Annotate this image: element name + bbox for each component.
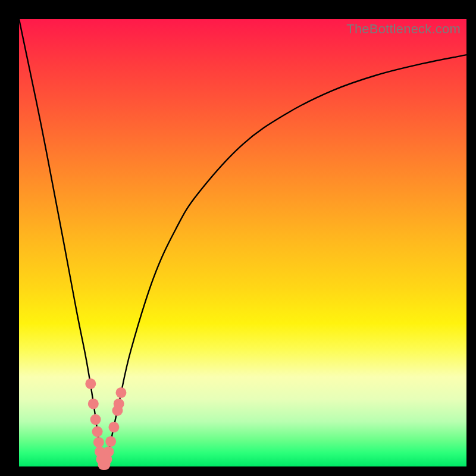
highlight-marker xyxy=(105,436,116,447)
highlight-marker xyxy=(88,399,99,409)
bottleneck-curve-path xyxy=(19,19,466,468)
highlight-marker xyxy=(85,378,96,389)
highlight-marker xyxy=(103,446,114,457)
highlight-marker xyxy=(92,426,103,437)
plot-area: TheBottleneck.com xyxy=(19,19,466,466)
chart-svg xyxy=(19,19,466,466)
chart-frame: TheBottleneck.com xyxy=(0,0,476,476)
highlight-marker xyxy=(115,387,126,398)
highlight-marker xyxy=(108,422,119,433)
highlight-marker xyxy=(93,437,104,447)
highlight-marker xyxy=(90,414,101,425)
highlight-marker xyxy=(114,399,124,409)
